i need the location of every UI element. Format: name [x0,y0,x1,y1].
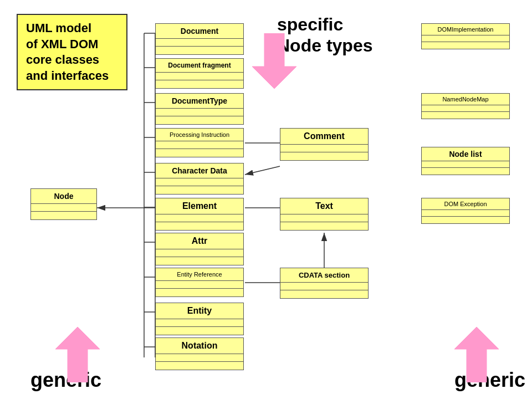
cdata-class-box: CDATA section [280,268,369,299]
dom-implementation-class-box: DOMImplementation [421,23,510,49]
processing-instruction-class-name: Processing Instruction [156,129,243,141]
processing-instruction-class-box: Processing Instruction [155,128,244,157]
notation-class-box: Notation [155,337,244,370]
title-text: UML model of XML DOM core classes and in… [26,21,118,84]
document-fragment-class-box: Document fragment [155,58,244,89]
comment-class-box: Comment [280,128,369,161]
svg-marker-0 [55,327,100,382]
document-type-class-box: DocumentType [155,93,244,125]
character-data-class-name: Character Data [156,163,243,178]
document-fragment-class-name: Document fragment [156,59,243,73]
comment-class-name: Comment [280,129,368,145]
node-class-box: Node [30,188,97,220]
document-class-name: Document [156,24,243,39]
element-class-name: Element [156,198,243,214]
cdata-class-name: CDATA section [280,268,368,283]
text-class-box: Text [280,198,369,231]
pink-arrow-left [55,327,100,382]
node-list-class-box: Node list [421,147,510,175]
character-data-class-box: Character Data [155,163,244,195]
svg-marker-2 [252,33,296,89]
node-class-name: Node [31,189,96,204]
element-class-box: Element [155,198,244,231]
document-type-class-name: DocumentType [156,94,243,109]
svg-line-11 [245,166,280,175]
title-box: UML model of XML DOM core classes and in… [17,14,127,90]
text-class-name: Text [280,198,368,214]
dom-exception-class-box: DOM Exception [421,198,510,224]
named-node-map-class-box: NamedNodeMap [421,93,510,119]
dom-exception-class-name: DOM Exception [422,198,509,210]
document-class-box: Document [155,23,244,55]
entity-reference-class-name: Entity Reference [156,268,243,281]
named-node-map-class-name: NamedNodeMap [422,94,509,105]
attr-class-name: Attr [156,233,243,249]
entity-class-name: Entity [156,303,243,319]
pink-arrow-top-right [252,33,296,89]
dom-implementation-class-name: DOMImplementation [422,24,509,35]
pink-arrow-right [454,327,499,382]
attr-class-box: Attr [155,233,244,265]
entity-reference-class-box: Entity Reference [155,268,244,297]
node-list-class-name: Node list [422,147,509,161]
notation-class-name: Notation [156,338,243,354]
svg-marker-1 [454,327,499,382]
entity-class-box: Entity [155,303,244,335]
